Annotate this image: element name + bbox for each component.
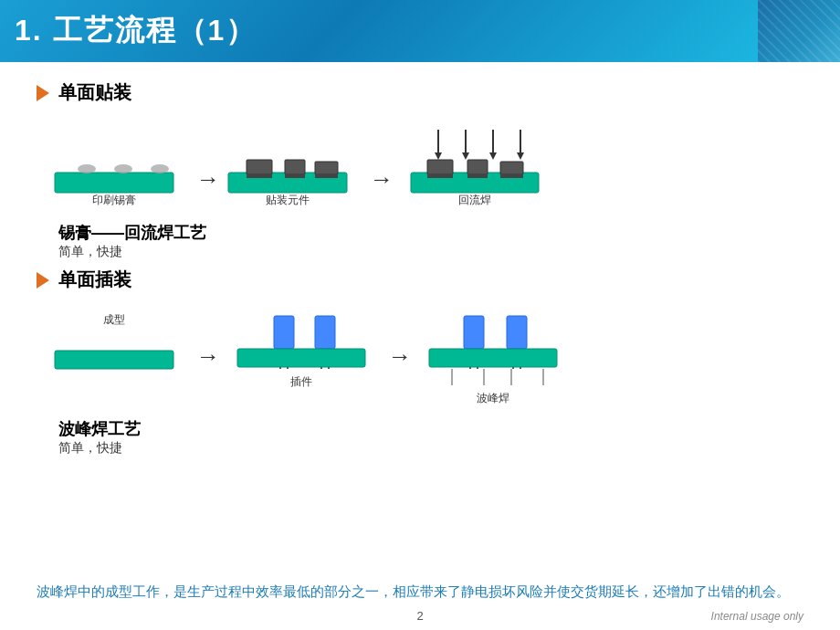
wave-svg: 成型 → 插件 →	[37, 303, 785, 413]
bottom-text: 波峰焊中的成型工作，是生产过程中效率最低的部分之一，相应带来了静电损坏风险并使交…	[37, 580, 803, 604]
svg-marker-22	[517, 152, 524, 160]
bullet-arrow-2	[37, 272, 49, 289]
svg-rect-11	[315, 162, 338, 174]
svg-text:贴装元件: 贴装元件	[266, 194, 310, 206]
section2-header: 单面插装	[37, 268, 803, 292]
svg-point-1	[78, 164, 96, 173]
svg-text:波峰焊: 波峰焊	[477, 392, 509, 404]
svg-rect-34	[274, 316, 294, 349]
svg-rect-29	[500, 174, 523, 178]
svg-rect-26	[467, 160, 488, 174]
svg-text:→: →	[370, 165, 394, 193]
process-subtitle-2: 简单，快捷	[58, 440, 803, 457]
svg-rect-27	[467, 174, 488, 178]
section2-title: 单面插装	[58, 268, 131, 292]
svg-rect-0	[55, 173, 173, 193]
svg-rect-9	[285, 160, 305, 174]
svg-rect-28	[500, 162, 523, 174]
svg-point-2	[114, 164, 132, 173]
process-title-1: 锡膏——回流焊工艺	[58, 222, 803, 244]
svg-marker-18	[462, 152, 469, 160]
svg-text:回流焊: 回流焊	[458, 194, 491, 206]
smt-svg: 印刷锡膏 → 贴装元件 →	[37, 116, 785, 216]
bullet-arrow-1	[37, 85, 49, 101]
footer-internal: Internal usage only	[711, 610, 803, 623]
svg-text:印刷锡膏: 印刷锡膏	[92, 194, 136, 206]
svg-marker-16	[435, 152, 442, 160]
svg-rect-43	[464, 316, 484, 349]
main-content: 单面贴装 印刷锡膏 → 贴装元件 →	[0, 62, 840, 473]
svg-rect-24	[427, 160, 453, 174]
svg-point-3	[151, 164, 169, 173]
svg-text:成型: 成型	[103, 313, 125, 326]
wave-diagram: 成型 → 插件 →	[37, 303, 803, 413]
footer-page: 2	[416, 609, 423, 623]
smt-diagram: 印刷锡膏 → 贴装元件 →	[37, 116, 803, 216]
svg-text:→: →	[388, 342, 412, 370]
section1-header: 单面贴装	[37, 80, 803, 105]
svg-rect-46	[507, 316, 527, 349]
svg-text:插件: 插件	[290, 375, 312, 388]
svg-rect-10	[285, 174, 305, 178]
svg-text:→: →	[196, 342, 220, 370]
process-title-2: 波峰焊工艺	[58, 418, 803, 440]
header-image-inner	[758, 0, 840, 62]
svg-marker-20	[489, 152, 497, 160]
svg-rect-40	[237, 349, 365, 367]
svg-rect-25	[427, 174, 453, 178]
svg-rect-32	[55, 351, 173, 369]
svg-rect-37	[315, 316, 335, 349]
svg-rect-8	[247, 174, 272, 178]
header: 1. 工艺流程（1）	[0, 0, 840, 62]
section1-title: 单面贴装	[58, 80, 131, 105]
process-subtitle-1: 简单，快捷	[58, 244, 803, 260]
bottom-text-content: 波峰焊中的成型工作，是生产过程中效率最低的部分之一，相应带来了静电损坏风险并使交…	[37, 583, 790, 599]
svg-text:→: →	[196, 165, 220, 193]
header-image	[758, 0, 840, 62]
svg-rect-53	[429, 349, 557, 367]
page-title: 1. 工艺流程（1）	[15, 11, 257, 51]
svg-rect-12	[315, 174, 338, 178]
svg-rect-7	[247, 160, 272, 174]
